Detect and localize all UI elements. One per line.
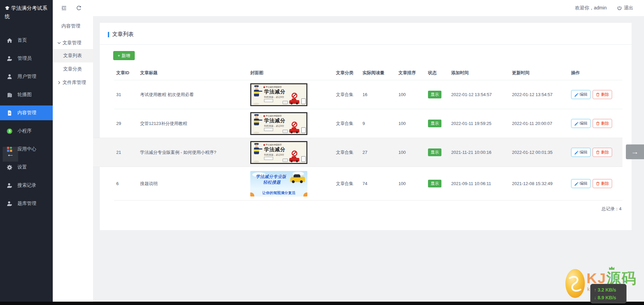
col-title: 文章标题 bbox=[138, 70, 248, 76]
article-cover-image: 学法减分神器助手 学法减分 拍照搜题，必过6分 bbox=[250, 112, 307, 135]
total-records: 总记录：4 bbox=[100, 201, 632, 212]
trash-icon bbox=[596, 92, 600, 97]
sidebar-collapse-button[interactable]: ← bbox=[3, 147, 18, 162]
pencil-icon bbox=[574, 150, 578, 155]
header-right: 欢迎你，admin 退出 bbox=[575, 5, 644, 11]
cell-reads: 9 bbox=[360, 121, 396, 126]
sidebar-item-admin[interactable]: 管理员 bbox=[0, 51, 53, 66]
sidebar-item-question-bank[interactable]: 题库管理 bbox=[0, 196, 53, 211]
drawer-next-button[interactable]: → bbox=[626, 144, 644, 159]
document-icon bbox=[6, 110, 13, 116]
table-row-hovered: 21 学法减分专业版案例 - 如何使用小程序? 学法减分神器助手 学法减分 拍照… bbox=[114, 138, 622, 167]
submenu-item-file-library[interactable]: 文件库管理 bbox=[53, 77, 93, 89]
status-badge: 显示 bbox=[428, 91, 441, 98]
sidebar-item-home[interactable]: 首页 bbox=[0, 33, 53, 48]
golden-egg-logo-icon bbox=[565, 269, 585, 298]
col-updated: 更新时间 bbox=[510, 70, 569, 76]
kj-source-watermark: KJ源码 kjym.com ↑ 3.2 KB/s ↓ 8.9 KB/s bbox=[564, 268, 644, 305]
delete-button[interactable]: 删除 bbox=[593, 148, 612, 157]
cell-added-time: 2022-01-11 19:59:25 bbox=[449, 121, 510, 126]
app-title: 学法满分考试系统 bbox=[5, 5, 48, 19]
sidebar-item-content[interactable]: 内容管理 bbox=[0, 105, 53, 120]
admin-person-icon bbox=[6, 55, 13, 62]
cell-title: 搜题说明 bbox=[138, 181, 248, 187]
menu-fold-icon[interactable] bbox=[60, 4, 68, 12]
cell-category: 文章合集 bbox=[334, 181, 360, 187]
table-header-row: 文章ID 文章标题 封面图 文章分类 实际阅读量 文章排序 状态 添加时间 更新… bbox=[114, 66, 622, 80]
cell-id: 6 bbox=[114, 181, 138, 186]
banner-logo-dot bbox=[263, 86, 265, 88]
sidebar-item-label: 搜索记录 bbox=[17, 182, 36, 188]
cell-reads: 27 bbox=[360, 150, 396, 155]
status-badge: 显示 bbox=[428, 148, 441, 156]
right-arrow-icon: → bbox=[631, 147, 639, 156]
no-entry-sign bbox=[292, 93, 297, 98]
app-logo: 学法满分考试系统 bbox=[0, 0, 53, 20]
status-badge: 显示 bbox=[428, 180, 441, 187]
logout-button[interactable]: 退出 bbox=[617, 5, 633, 11]
add-article-button[interactable]: + 新增 bbox=[113, 51, 135, 60]
col-article-id: 文章ID bbox=[114, 70, 138, 76]
sidebar-item-label: 设置 bbox=[17, 164, 27, 170]
col-added: 添加时间 bbox=[449, 70, 510, 76]
table-row: 29 交管12123补分使用教程 学法减分神器助手 学法减分 拍照搜题，必过6分… bbox=[114, 109, 622, 138]
refresh-icon[interactable] bbox=[75, 4, 82, 12]
pencil-icon bbox=[574, 121, 578, 126]
article-cover-image: 学法减分专业版 轻松搜题 让你的驾照满分复活 bbox=[250, 171, 307, 197]
cell-added-time: 2021-11-21 10:00:16 bbox=[449, 150, 510, 155]
sidebar-item-label: 内容管理 bbox=[17, 110, 36, 116]
delete-button[interactable]: 删除 bbox=[593, 119, 612, 128]
upload-arrow-icon: ↑ bbox=[594, 287, 596, 293]
cell-id: 21 bbox=[114, 150, 138, 155]
edit-button[interactable]: 编辑 bbox=[571, 148, 591, 157]
sidebar-item-carousel[interactable]: 轮播图 bbox=[0, 87, 53, 102]
cell-sort: 100 bbox=[396, 121, 426, 126]
delete-button[interactable]: 删除 bbox=[593, 90, 612, 99]
sidebar-item-settings[interactable]: 设置 bbox=[0, 160, 53, 175]
sidebar-item-search-history[interactable]: 搜索记录 bbox=[0, 178, 53, 193]
sidebar-item-label: 管理员 bbox=[17, 55, 32, 61]
col-category: 文章分类 bbox=[334, 70, 360, 76]
banner-red-car bbox=[289, 158, 299, 162]
sidebar-nav: 首页 管理员 用户管理 轮播图 内容管理 S 小程序 应用中心 设置 bbox=[0, 20, 53, 211]
pencil-icon bbox=[574, 92, 578, 97]
table-row: 6 搜题说明 学法减分专业版 轻松搜题 让你的驾照满分复活 文章合集 74 10 bbox=[114, 167, 622, 201]
plus-icon: + bbox=[118, 53, 120, 58]
page-title: 文章列表 bbox=[112, 31, 134, 38]
cell-updated-time: 2022-01-12 00:01:35 bbox=[510, 150, 569, 155]
submenu-item-article-list[interactable]: 文章列表 bbox=[53, 49, 93, 62]
submenu-panel: 内容管理 文章管理 文章列表 文章分类 文件库管理 bbox=[53, 16, 93, 302]
banner-button-box bbox=[264, 99, 273, 102]
delete-button[interactable]: 删除 bbox=[593, 179, 612, 188]
welcome-text: 欢迎你，admin bbox=[575, 5, 607, 11]
cell-id: 29 bbox=[114, 121, 138, 126]
cell-reads: 74 bbox=[360, 181, 396, 186]
submenu-section-title: 内容管理 bbox=[53, 20, 93, 32]
chevron-right-icon bbox=[57, 81, 61, 85]
cell-category: 文章合集 bbox=[334, 121, 360, 127]
left-arrow-icon: ← bbox=[7, 150, 14, 159]
article-cover-image: 学法减分神器助手 学法减分 拍照搜题，必过6分 bbox=[250, 141, 307, 164]
no-entry-sign bbox=[292, 122, 297, 127]
submenu-item-article-management[interactable]: 文章管理 bbox=[53, 37, 93, 49]
col-actions: 操作 bbox=[569, 70, 622, 76]
sidebar-item-label: 轮播图 bbox=[17, 92, 32, 98]
sidebar-item-miniprogram[interactable]: S 小程序 bbox=[0, 124, 53, 138]
download-arrow-icon: ↓ bbox=[594, 295, 596, 300]
cell-updated-time: 2022-01-11 20:00:07 bbox=[510, 121, 569, 126]
edit-button[interactable]: 编辑 bbox=[571, 179, 591, 188]
edit-button[interactable]: 编辑 bbox=[571, 90, 591, 99]
submenu-item-article-categories[interactable]: 文章分类 bbox=[53, 62, 93, 76]
title-accent-bar bbox=[108, 32, 109, 37]
cell-added-time: 2021-09-11 10:06:11 bbox=[449, 181, 510, 186]
cell-sort: 100 bbox=[396, 92, 426, 97]
edit-button[interactable]: 编辑 bbox=[571, 119, 591, 128]
sidebar-item-label: 应用中心 bbox=[17, 146, 36, 152]
cell-updated-time: 2022-01-12 13:54:57 bbox=[510, 92, 569, 97]
table-row: 31 考试使用教程 初次使用必看 学法减分神器助手 学法减分 拍照搜题，必过6分 bbox=[114, 80, 622, 109]
upload-speed: 3.2 KB/s bbox=[598, 287, 616, 293]
home-icon bbox=[6, 37, 13, 44]
no-entry-sign bbox=[292, 150, 297, 156]
sidebar-item-users[interactable]: 用户管理 bbox=[0, 69, 53, 84]
col-cover: 封面图 bbox=[248, 70, 334, 76]
